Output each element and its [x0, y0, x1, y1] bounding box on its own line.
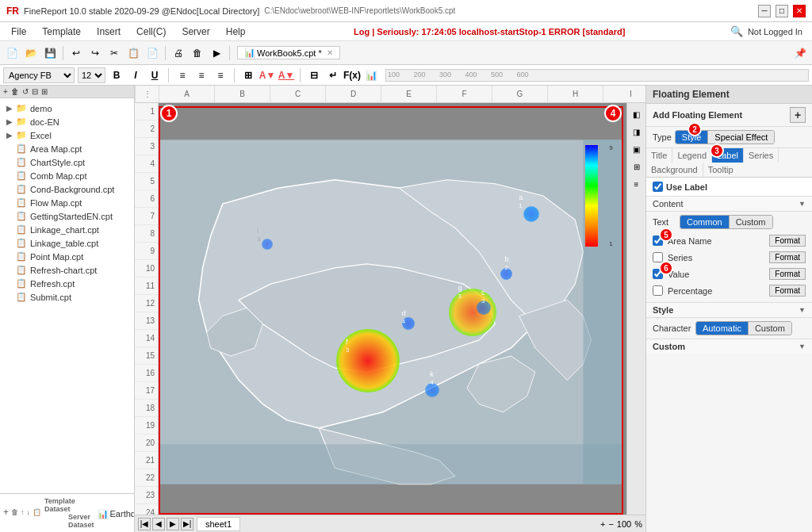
- menu-template[interactable]: Template: [34, 25, 89, 39]
- special-effect-tab-btn[interactable]: Special Effect: [708, 131, 774, 144]
- style-dropdown[interactable]: Style ▼: [646, 302, 812, 318]
- series-checkbox[interactable]: [653, 252, 663, 262]
- panel-icon-1[interactable]: ◧: [629, 106, 645, 122]
- custom-btn[interactable]: Custom: [730, 216, 772, 228]
- wrap-btn[interactable]: ↵: [325, 67, 341, 83]
- tree-flow-map[interactable]: ▶ 📋 Flow Map.cpt: [0, 196, 134, 209]
- tab-legend[interactable]: Legend: [672, 148, 712, 163]
- search-icon[interactable]: 🔍: [726, 25, 748, 37]
- tree-getting-started[interactable]: ▶ 📋 GettingStartedEN.cpt: [0, 209, 134, 223]
- percentage-format-btn[interactable]: Format: [769, 285, 806, 297]
- add-floating-btn[interactable]: +: [790, 107, 806, 123]
- maximize-btn[interactable]: □: [776, 5, 788, 17]
- panel-icon-2[interactable]: ◨: [629, 124, 645, 140]
- sheet-prev-btn[interactable]: ◀: [152, 518, 165, 530]
- open-btn[interactable]: 📂: [22, 44, 40, 62]
- tab-close-btn[interactable]: ✕: [327, 48, 333, 57]
- del-dataset-btn[interactable]: 🗑: [11, 508, 18, 516]
- tree-linkage-table[interactable]: ▶ 📋 Linkage_table.cpt: [0, 236, 134, 250]
- minus-btn[interactable]: −: [608, 519, 613, 529]
- tree-doc-en[interactable]: ▶ 📁 doc-EN: [0, 115, 134, 128]
- menu-server[interactable]: Server: [174, 25, 217, 39]
- tree-excel[interactable]: ▶ 📁 Excel: [0, 128, 134, 142]
- common-btn[interactable]: Common: [680, 216, 730, 228]
- save-btn[interactable]: 💾: [41, 44, 59, 62]
- fill-color-btn[interactable]: A▼: [259, 67, 275, 83]
- plus-btn[interactable]: +: [600, 519, 605, 529]
- custom-dropdown[interactable]: Custom ▼: [646, 339, 812, 354]
- percentage-checkbox[interactable]: [653, 285, 663, 296]
- sheet-first-btn[interactable]: |◀: [138, 518, 151, 530]
- menu-file[interactable]: File: [3, 25, 34, 39]
- delete-btn[interactable]: 🗑: [189, 44, 206, 62]
- tree-area-map[interactable]: ▶ 📋 Area Map.cpt: [0, 142, 134, 155]
- tab-series[interactable]: Series: [744, 148, 779, 163]
- pin-btn[interactable]: 📌: [791, 44, 809, 62]
- tree-cond-bg[interactable]: ▶ 📋 Cond-Background.cpt: [0, 182, 134, 196]
- font-size-select[interactable]: 12 14 16: [78, 67, 105, 83]
- align-right-btn[interactable]: ≡: [213, 67, 228, 83]
- sheet-last-btn[interactable]: ▶|: [181, 518, 193, 530]
- legend-max: 9: [609, 144, 612, 151]
- minimize-btn[interactable]: ─: [758, 5, 771, 17]
- underline-btn[interactable]: U: [147, 67, 163, 83]
- panel-icon-5[interactable]: ≡: [629, 176, 645, 192]
- tree-demo[interactable]: ▶ 📁 demo: [0, 101, 134, 115]
- copy-btn[interactable]: 📋: [124, 44, 142, 62]
- tree-comb-map[interactable]: ▶ 📋 Comb Map.cpt: [0, 169, 134, 182]
- content-dropdown[interactable]: Content ▼: [646, 197, 812, 212]
- align-center-btn[interactable]: ≡: [193, 67, 209, 83]
- menu-cell[interactable]: Cell(C): [128, 25, 174, 39]
- preview-btn[interactable]: ▶: [208, 44, 225, 62]
- tree-submit[interactable]: ▶ 📋 Submit.cpt: [0, 290, 134, 304]
- refresh-btn[interactable]: ↺: [22, 87, 29, 96]
- tree-point-map[interactable]: ▶ 📋 Point Map.cpt: [0, 250, 134, 263]
- row-1: 1: [135, 103, 158, 121]
- copy-dataset-btn[interactable]: 📋: [33, 508, 41, 516]
- tab-title[interactable]: Title: [646, 148, 672, 163]
- tab-background[interactable]: Background: [646, 163, 703, 177]
- add-dataset-btn[interactable]: +: [3, 507, 9, 518]
- tab-tooltip[interactable]: Tooltip: [703, 163, 738, 177]
- menu-insert[interactable]: Insert: [89, 25, 128, 39]
- add-template-btn[interactable]: +: [3, 87, 8, 96]
- use-label-checkbox[interactable]: [653, 182, 663, 192]
- up-btn[interactable]: ↑: [21, 508, 25, 516]
- custom-char-btn[interactable]: Custom: [749, 322, 791, 335]
- sheet-tab-1[interactable]: sheet1: [197, 517, 240, 531]
- sheet-next-btn[interactable]: ▶: [167, 518, 179, 530]
- earthquake-item[interactable]: 📊 Earthquake: [98, 499, 135, 529]
- expand-btn[interactable]: ⊞: [41, 87, 48, 96]
- delete-template-btn[interactable]: 🗑: [11, 87, 19, 96]
- chart-btn[interactable]: 📊: [363, 67, 379, 83]
- tree-linkage-chart[interactable]: ▶ 📋 Linkage_chart.cpt: [0, 223, 134, 236]
- func-btn[interactable]: F(x): [344, 67, 360, 83]
- value-format-btn[interactable]: Format: [769, 268, 806, 280]
- font-color-btn[interactable]: A▼: [278, 67, 294, 83]
- italic-btn[interactable]: I: [128, 67, 144, 83]
- border-btn[interactable]: ⊞: [240, 67, 256, 83]
- collapse-btn[interactable]: ⊟: [32, 87, 38, 96]
- paste-btn[interactable]: 📄: [144, 44, 161, 62]
- down-btn[interactable]: ↓: [27, 508, 31, 516]
- cut-btn[interactable]: ✂: [105, 44, 123, 62]
- close-btn[interactable]: ✕: [793, 5, 806, 17]
- row-11: 11: [135, 277, 158, 295]
- print-btn[interactable]: 🖨: [170, 44, 187, 62]
- series-format-btn[interactable]: Format: [769, 251, 806, 263]
- menu-help[interactable]: Help: [218, 25, 254, 39]
- tree-refresh[interactable]: ▶ 📋 Refresh.cpt: [0, 277, 134, 290]
- redo-btn[interactable]: ↪: [86, 44, 104, 62]
- align-left-btn[interactable]: ≡: [174, 67, 190, 83]
- panel-icon-4[interactable]: ⊞: [629, 159, 645, 174]
- new-btn[interactable]: 📄: [3, 44, 21, 62]
- area-name-format-btn[interactable]: Format: [769, 235, 806, 247]
- tree-chart-style[interactable]: ▶ 📋 ChartStyle.cpt: [0, 155, 134, 169]
- undo-btn[interactable]: ↩: [67, 44, 85, 62]
- automatic-btn[interactable]: Automatic: [696, 322, 749, 335]
- panel-icon-3[interactable]: ▣: [629, 141, 645, 157]
- merge-btn[interactable]: ⊟: [306, 67, 322, 83]
- tree-refresh-chart[interactable]: ▶ 📋 Refresh-chart.cpt: [0, 263, 134, 277]
- bold-btn[interactable]: B: [109, 67, 124, 83]
- font-select[interactable]: Agency FB Arial: [3, 67, 75, 83]
